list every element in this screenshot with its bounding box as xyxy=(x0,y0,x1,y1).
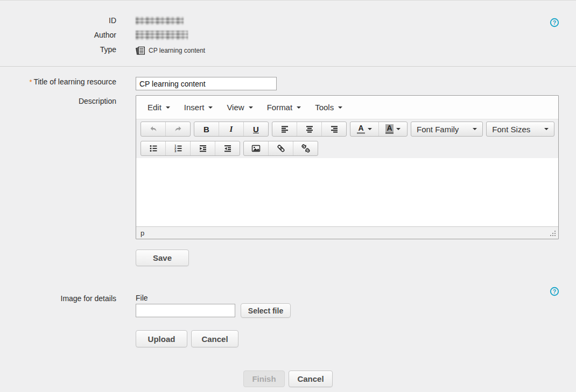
chevron-down-icon xyxy=(396,128,401,130)
editor-toolbar-row1: B I U A A Font Family xyxy=(136,119,558,139)
align-left-icon xyxy=(280,125,289,133)
align-right-button[interactable] xyxy=(321,122,346,136)
finish-button: Finish xyxy=(243,370,285,387)
underline-button[interactable]: U xyxy=(243,122,268,136)
svg-text:3: 3 xyxy=(174,149,176,153)
undo-button[interactable] xyxy=(141,122,165,136)
editor-statusbar: p xyxy=(136,226,558,239)
background-color-icon: A xyxy=(385,124,393,134)
editor-menubar: Edit Insert View Format Tools xyxy=(136,96,558,119)
chevron-down-icon xyxy=(166,106,170,109)
help-icon[interactable]: ? xyxy=(550,18,559,27)
cancel-upload-button[interactable]: Cancel xyxy=(191,330,238,347)
link-icon xyxy=(277,144,285,153)
insert-image-button[interactable] xyxy=(244,141,268,155)
image-for-details-label: Image for details xyxy=(0,294,116,303)
type-value-label: CP learning content xyxy=(149,47,205,54)
chevron-down-icon xyxy=(249,106,253,109)
type-label: Type xyxy=(0,45,116,54)
outdent-icon xyxy=(223,144,232,153)
id-label: ID xyxy=(0,16,116,25)
editor-toolbar-row2: 123 xyxy=(136,139,558,158)
background-color-button[interactable]: A xyxy=(378,122,407,136)
menu-format-label: Format xyxy=(267,103,293,112)
id-value-redacted xyxy=(136,17,184,25)
file-path-input[interactable] xyxy=(136,304,235,317)
menu-edit-label: Edit xyxy=(147,103,161,112)
save-button[interactable]: Save xyxy=(136,250,189,266)
menu-insert-label: Insert xyxy=(184,103,205,112)
metadata-section: ID Author Type CP learning content xyxy=(0,1,576,67)
menu-format[interactable]: Format xyxy=(260,98,308,117)
chevron-down-icon xyxy=(544,128,549,130)
menu-tools-label: Tools xyxy=(315,103,334,112)
chevron-down-icon xyxy=(297,106,301,109)
svg-text:?: ? xyxy=(553,19,556,26)
file-label: File xyxy=(136,294,148,302)
font-sizes-select[interactable]: Font Sizes xyxy=(486,122,554,137)
upload-button[interactable]: Upload xyxy=(136,330,187,347)
rich-text-editor: Edit Insert View Format Tools B I U xyxy=(136,95,559,239)
align-center-button[interactable] xyxy=(297,122,321,136)
text-color-icon: A xyxy=(357,124,364,134)
text-color-button[interactable]: A xyxy=(350,122,378,136)
outdent-button[interactable] xyxy=(215,141,240,155)
menu-view-label: View xyxy=(227,103,244,112)
insert-link-button[interactable] xyxy=(268,141,293,155)
font-family-select[interactable]: Font Family xyxy=(411,122,483,137)
bold-label: B xyxy=(203,125,209,133)
cancel-button[interactable]: Cancel xyxy=(289,370,333,387)
align-left-button[interactable] xyxy=(272,122,297,136)
image-icon xyxy=(251,144,261,153)
title-label: *Title of learning resource xyxy=(0,77,116,86)
chevron-down-icon xyxy=(208,106,213,109)
author-label: Author xyxy=(0,31,116,39)
form-footer: Finish Cancel xyxy=(0,370,576,387)
unlink-icon xyxy=(301,144,310,153)
svg-text:?: ? xyxy=(553,288,556,295)
select-file-button[interactable]: Select file xyxy=(241,303,291,318)
undo-icon xyxy=(149,125,158,133)
element-path[interactable]: p xyxy=(141,229,144,237)
numbered-list-button[interactable]: 123 xyxy=(165,141,190,155)
type-value: CP learning content xyxy=(136,46,205,55)
title-label-text: Title of learning resource xyxy=(33,77,116,86)
redo-icon xyxy=(174,125,182,133)
menu-tools[interactable]: Tools xyxy=(308,98,349,117)
title-input[interactable] xyxy=(136,77,277,90)
italic-button[interactable]: I xyxy=(219,122,243,136)
font-sizes-label: Font Sizes xyxy=(492,125,530,134)
bullet-list-button[interactable] xyxy=(141,141,165,155)
bullet-list-icon xyxy=(149,144,158,153)
indent-icon xyxy=(199,144,207,153)
indent-button[interactable] xyxy=(190,141,215,155)
numbered-list-icon: 123 xyxy=(174,144,182,153)
redo-button[interactable] xyxy=(165,122,190,136)
chevron-down-icon xyxy=(338,106,342,109)
chevron-down-icon xyxy=(473,128,477,130)
chevron-down-icon xyxy=(368,128,372,130)
menu-edit[interactable]: Edit xyxy=(141,98,177,117)
author-value-redacted xyxy=(136,31,188,40)
italic-label: I xyxy=(230,125,233,133)
menu-insert[interactable]: Insert xyxy=(177,98,220,117)
menu-view[interactable]: View xyxy=(220,98,259,117)
description-label: Description xyxy=(0,97,116,105)
unlink-button[interactable] xyxy=(293,141,318,155)
help-icon[interactable]: ? xyxy=(550,287,559,296)
learning-content-type-icon xyxy=(136,46,145,55)
font-family-label: Font Family xyxy=(417,125,459,134)
align-center-icon xyxy=(305,125,314,133)
editor-content-area[interactable] xyxy=(136,158,558,226)
required-marker: * xyxy=(29,78,32,86)
underline-label: U xyxy=(253,125,259,133)
align-right-icon xyxy=(330,125,339,133)
resize-grip-icon[interactable] xyxy=(549,230,556,237)
bold-button[interactable]: B xyxy=(194,122,219,136)
